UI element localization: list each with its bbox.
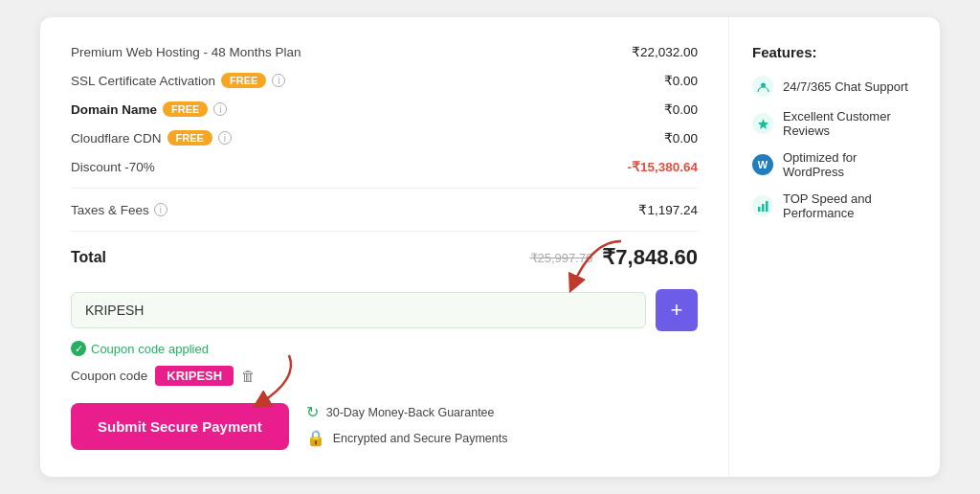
domain-info-icon[interactable]: i <box>213 102 227 116</box>
moneyback-icon: ↻ <box>306 403 319 421</box>
total-original: ₹25,997.76 <box>530 251 593 265</box>
left-panel: Premium Web Hosting - 48 Months Plan ₹22… <box>40 17 729 477</box>
star-icon <box>752 113 773 134</box>
coupon-applied-row: ✓ Coupon code applied <box>71 341 698 356</box>
coupon-check-icon: ✓ <box>71 341 86 356</box>
feature-speed: TOP Speed and Performance <box>752 191 917 220</box>
ssl-label: SSL Certificate Activation FREE i <box>71 73 285 88</box>
coupon-code-label: Coupon code <box>71 369 147 383</box>
security-item-moneyback: ↻ 30-Day Money-Back Guarantee <box>306 403 508 421</box>
coupon-row: + <box>71 289 698 331</box>
coupon-tag-row: Coupon code KRIPESH 🗑 <box>71 366 698 386</box>
line-item-domain: Domain Name FREE i ₹0.00 <box>71 101 698 117</box>
hosting-label: Premium Web Hosting - 48 Months Plan <box>71 45 301 59</box>
ssl-badge: FREE <box>221 73 266 88</box>
feature-wordpress-text: Optimized for WordPress <box>783 150 917 179</box>
feature-reviews: Excellent Customer Reviews <box>752 109 917 138</box>
cdn-amount: ₹0.00 <box>664 130 698 146</box>
features-title: Features: <box>752 44 917 60</box>
line-item-cdn: Cloudflare CDN FREE i ₹0.00 <box>71 130 698 146</box>
svg-rect-2 <box>758 207 761 212</box>
line-item-ssl: SSL Certificate Activation FREE i ₹0.00 <box>71 73 698 88</box>
total-amounts: ₹25,997.76 ₹7,848.60 <box>530 245 698 270</box>
coupon-add-button[interactable]: + <box>656 289 698 331</box>
security-item-encrypted: 🔒 Encrypted and Secure Payments <box>306 429 508 447</box>
feature-chat-text: 24/7/365 Chat Support <box>783 79 908 94</box>
cdn-label: Cloudflare CDN FREE i <box>71 130 232 146</box>
taxes-label: Taxes & Fees i <box>71 203 167 217</box>
domain-label: Domain Name FREE i <box>71 101 227 117</box>
line-item-hosting: Premium Web Hosting - 48 Months Plan ₹22… <box>71 44 698 59</box>
total-label: Total <box>71 249 106 266</box>
taxes-row: Taxes & Fees i ₹1,197.24 <box>71 202 698 217</box>
ssl-info-icon[interactable]: i <box>272 74 285 87</box>
trash-icon[interactable]: 🗑 <box>241 368 256 384</box>
taxes-amount: ₹1,197.24 <box>638 202 698 217</box>
discount-amount: -₹15,380.64 <box>627 159 698 174</box>
feature-speed-text: TOP Speed and Performance <box>783 191 917 220</box>
domain-amount: ₹0.00 <box>664 101 698 117</box>
checkout-card: Premium Web Hosting - 48 Months Plan ₹22… <box>40 17 940 477</box>
chat-icon <box>752 76 773 97</box>
coupon-input[interactable] <box>71 292 646 328</box>
right-panel: Features: 24/7/365 Chat Support Excellen… <box>729 17 940 477</box>
domain-badge: FREE <box>163 101 208 117</box>
cdn-badge: FREE <box>167 130 212 146</box>
taxes-info-icon[interactable]: i <box>154 203 167 216</box>
submit-btn-wrapper: Submit Secure Payment <box>71 403 289 450</box>
security-info: ↻ 30-Day Money-Back Guarantee 🔒 Encrypte… <box>306 403 508 447</box>
svg-marker-1 <box>758 119 768 129</box>
ssl-amount: ₹0.00 <box>664 73 698 88</box>
coupon-tag: KRIPESH <box>155 366 234 386</box>
divider-2 <box>71 231 698 232</box>
feature-chat: 24/7/365 Chat Support <box>752 76 917 97</box>
lock-icon: 🔒 <box>306 429 325 447</box>
submit-section: Submit Secure Payment ↻ 30-Day Money-Bac… <box>71 403 698 450</box>
feature-reviews-text: Excellent Customer Reviews <box>783 109 917 138</box>
svg-rect-4 <box>766 201 768 212</box>
divider-1 <box>71 188 698 189</box>
total-row: Total ₹25,997.76 ₹7,848.60 <box>71 245 698 270</box>
cdn-info-icon[interactable]: i <box>218 131 232 145</box>
submit-button[interactable]: Submit Secure Payment <box>71 403 289 450</box>
chart-icon <box>752 195 773 216</box>
discount-label: Discount -70% <box>71 160 155 174</box>
svg-rect-3 <box>762 204 765 212</box>
wordpress-icon: W <box>752 154 773 175</box>
total-final: ₹7,848.60 <box>602 245 698 270</box>
line-item-discount: Discount -70% -₹15,380.64 <box>71 159 698 174</box>
hosting-amount: ₹22,032.00 <box>632 44 698 59</box>
coupon-wrapper: + <box>71 289 698 331</box>
feature-wordpress: W Optimized for WordPress <box>752 150 917 179</box>
